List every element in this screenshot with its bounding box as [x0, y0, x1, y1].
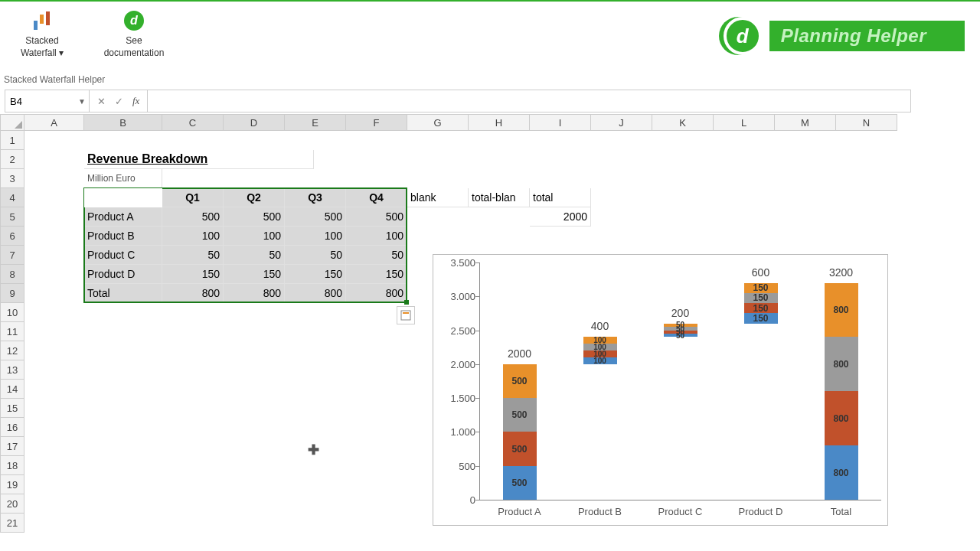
stacked-waterfall-chart[interactable]: 05001.0001.5002.0002.5003.0003.500Produc…	[433, 254, 888, 526]
see-documentation-button[interactable]: d See documentation	[100, 8, 168, 59]
cell[interactable]: 100	[162, 227, 224, 246]
cell[interactable]: Product D	[84, 265, 162, 284]
row-header[interactable]: 4	[0, 188, 24, 207]
bar-segment[interactable]: 150	[744, 303, 778, 313]
cell[interactable]: 500	[346, 207, 407, 227]
cell[interactable]: 100	[346, 227, 407, 246]
cell[interactable]: Q2	[224, 188, 285, 207]
bar-segment[interactable]: 100	[583, 350, 617, 357]
cell[interactable]: 500	[162, 207, 224, 227]
column-header[interactable]: G	[407, 114, 469, 131]
paste-options-button[interactable]	[397, 306, 415, 324]
cell[interactable]: 150	[285, 265, 346, 284]
row-header[interactable]: 1	[0, 131, 24, 150]
cell[interactable]: Product C	[84, 246, 162, 265]
bar-segment[interactable]: 50	[664, 324, 697, 327]
row-header[interactable]: 12	[0, 341, 24, 360]
cell[interactable]: 800	[162, 284, 224, 303]
bar-segment[interactable]: 150	[744, 313, 778, 323]
fx-icon[interactable]: fx	[132, 95, 139, 107]
cell[interactable]: total-blan	[469, 188, 530, 207]
bar-segment[interactable]: 150	[744, 293, 778, 303]
row-header[interactable]: 6	[0, 227, 24, 246]
cell[interactable]: 800	[285, 284, 346, 303]
cell[interactable]: 150	[224, 265, 285, 284]
cell[interactable]: Product A	[84, 207, 162, 227]
cell[interactable]: total	[530, 188, 591, 207]
row-header[interactable]: 11	[0, 322, 24, 341]
row-header[interactable]: 14	[0, 380, 24, 399]
name-box[interactable]: B4 ▼	[5, 90, 90, 112]
row-header[interactable]: 17	[0, 437, 24, 456]
bar-segment[interactable]: 500	[503, 466, 537, 500]
column-header[interactable]: A	[24, 114, 84, 131]
bar-segment[interactable]: 800	[825, 283, 858, 337]
row-header[interactable]: 9	[0, 284, 24, 303]
bar-segment[interactable]: 100	[583, 357, 617, 364]
bar-segment[interactable]: 500	[503, 432, 537, 465]
column-header[interactable]: H	[469, 114, 530, 131]
row-header[interactable]: 3	[0, 169, 24, 188]
row-header[interactable]: 20	[0, 494, 24, 514]
spreadsheet-grid[interactable]: ABCDEFGHIJKLMN 1234567891011121314151617…	[0, 114, 980, 131]
cell[interactable]: Q3	[285, 188, 346, 207]
column-header[interactable]: C	[162, 114, 224, 131]
row-header[interactable]: 2	[0, 150, 24, 169]
row-header[interactable]: 16	[0, 418, 24, 437]
cell[interactable]: Q1	[162, 188, 224, 207]
stacked-waterfall-button[interactable]: Stacked Waterfall ▾	[8, 8, 77, 59]
row-header[interactable]: 13	[0, 360, 24, 380]
chevron-down-icon[interactable]: ▼	[78, 97, 86, 106]
row-header[interactable]: 21	[0, 514, 24, 533]
cell[interactable]: blank	[407, 188, 469, 207]
svg-rect-2	[46, 11, 50, 25]
column-header[interactable]: L	[714, 114, 775, 131]
row-header[interactable]: 19	[0, 475, 24, 494]
column-header[interactable]: B	[84, 114, 162, 131]
row-header[interactable]: 10	[0, 303, 24, 322]
cell[interactable]: 50	[346, 246, 407, 265]
cell[interactable]: 50	[224, 246, 285, 265]
column-header[interactable]: M	[775, 114, 836, 131]
cell[interactable]: Q4	[346, 188, 407, 207]
column-header[interactable]: D	[224, 114, 285, 131]
confirm-icon[interactable]: ✓	[115, 96, 123, 107]
column-header[interactable]: E	[285, 114, 346, 131]
cell[interactable]: Product B	[84, 227, 162, 246]
column-header[interactable]: F	[346, 114, 407, 131]
row-header[interactable]: 18	[0, 456, 24, 475]
cancel-icon[interactable]: ✕	[97, 96, 106, 107]
column-header[interactable]: I	[530, 114, 591, 131]
cell[interactable]: 100	[285, 227, 346, 246]
cell[interactable]: 500	[285, 207, 346, 227]
row-header[interactable]: 7	[0, 246, 24, 265]
cell[interactable]: Total	[84, 284, 162, 303]
column-header[interactable]: N	[836, 114, 897, 131]
cell[interactable]: 100	[224, 227, 285, 246]
bar-segment[interactable]: 100	[583, 344, 617, 350]
formula-input[interactable]	[148, 90, 910, 112]
cell[interactable]: 150	[346, 265, 407, 284]
row-header[interactable]: 15	[0, 399, 24, 418]
bar-segment[interactable]: 800	[825, 337, 858, 391]
bar-segment[interactable]: 800	[825, 391, 858, 445]
bar-segment[interactable]: 100	[583, 337, 617, 344]
cell[interactable]: 50	[162, 246, 224, 265]
row-header[interactable]: 8	[0, 265, 24, 284]
cell[interactable]: Million Euro	[84, 169, 162, 188]
row-header[interactable]: 5	[0, 207, 24, 227]
cell[interactable]: 150	[162, 265, 224, 284]
cell[interactable]: 500	[224, 207, 285, 227]
cell[interactable]: 800	[224, 284, 285, 303]
bar-segment[interactable]: 500	[503, 364, 537, 398]
bar-segment[interactable]: 150	[744, 283, 778, 293]
column-header[interactable]: J	[591, 114, 652, 131]
select-all-corner[interactable]	[0, 114, 24, 131]
bar-segment[interactable]: 800	[825, 445, 858, 500]
cell[interactable]: 50	[285, 246, 346, 265]
cell[interactable]: 2000	[530, 207, 591, 227]
cell[interactable]: 800	[346, 284, 407, 303]
column-header[interactable]: K	[652, 114, 714, 131]
cell[interactable]: Revenue Breakdown	[84, 150, 314, 169]
bar-segment[interactable]: 500	[503, 398, 537, 432]
